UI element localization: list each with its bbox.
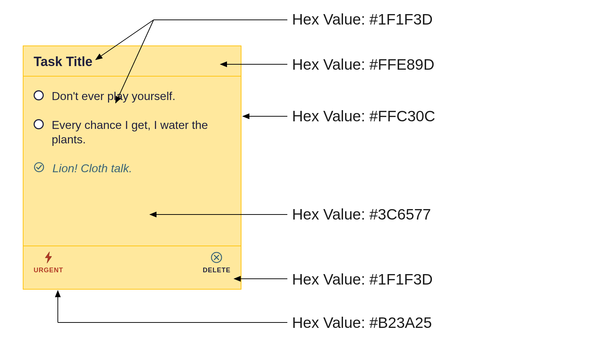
card-footer: URGENT DELETE (23, 246, 241, 280)
close-circle-icon (210, 251, 223, 265)
task-item[interactable]: Every chance I get, I water the plants. (34, 118, 231, 147)
annotation-label: Hex Value: #1F1F3D (292, 11, 433, 28)
urgent-label: URGENT (34, 266, 63, 274)
task-item-completed[interactable]: Lion! Cloth talk. (34, 161, 231, 176)
annotation-label: Hex Value: #FFE89D (292, 56, 434, 73)
radio-unchecked-icon[interactable] (34, 119, 44, 129)
task-item-text: Every chance I get, I water the plants. (52, 118, 218, 147)
svg-point-0 (35, 163, 44, 172)
task-item-text: Lion! Cloth talk. (52, 161, 132, 176)
lightning-icon (44, 251, 53, 265)
delete-label: DELETE (203, 266, 231, 274)
radio-unchecked-icon[interactable] (34, 90, 44, 100)
task-item[interactable]: Don't ever play yourself. (34, 89, 231, 103)
annotation-label: Hex Value: #FFC30C (292, 108, 435, 125)
task-item-text: Don't ever play yourself. (52, 89, 175, 103)
card-header: Task Title (23, 46, 241, 77)
task-card: Task Title Don't ever play yourself. Eve… (23, 46, 241, 290)
annotation-label: Hex Value: #B23A25 (292, 314, 432, 332)
delete-button[interactable]: DELETE (203, 251, 231, 274)
urgent-button[interactable]: URGENT (34, 251, 63, 274)
card-title: Task Title (34, 54, 231, 69)
annotation-label: Hex Value: #3C6577 (292, 206, 431, 223)
annotation-label: Hex Value: #1F1F3D (292, 271, 433, 288)
card-body: Don't ever play yourself. Every chance I… (23, 77, 241, 246)
check-circle-icon[interactable] (34, 162, 44, 173)
